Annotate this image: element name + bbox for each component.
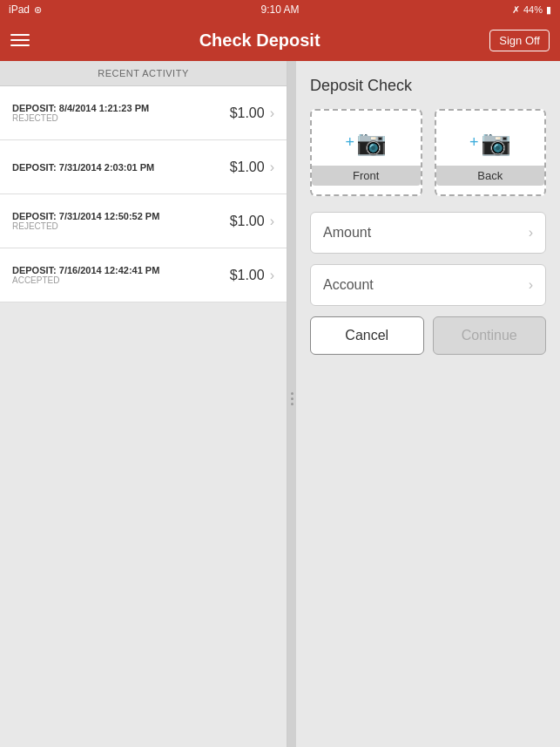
amount-label: Amount	[323, 225, 371, 241]
menu-icon[interactable]	[10, 34, 30, 46]
chevron-right-icon: ›	[270, 105, 274, 121]
deposit-amount: $1.00	[230, 214, 265, 229]
page-title: Check Deposit	[199, 31, 320, 51]
right-panel: Deposit Check + 📷 Front + 📷 Back Amount	[296, 61, 560, 747]
deposit-label: DEPOSIT: 8/4/2014 1:21:23 PM	[12, 103, 149, 113]
carrier-label: iPad	[9, 3, 30, 16]
camera-icon: 📷	[481, 128, 511, 157]
deposit-item[interactable]: DEPOSIT: 7/31/2014 2:03:01 PM $1.00 ›	[0, 140, 287, 194]
deposit-amount: $1.00	[230, 268, 265, 283]
deposit-status: REJECTED	[12, 221, 159, 231]
amount-chevron-icon: ›	[529, 225, 533, 241]
plus-icon: +	[345, 133, 354, 152]
chevron-right-icon: ›	[270, 160, 274, 175]
plus-icon: +	[469, 133, 479, 152]
deposit-status: REJECTED	[12, 113, 149, 123]
deposit-label: DEPOSIT: 7/16/2014 12:42:41 PM	[12, 265, 159, 275]
chevron-right-icon: ›	[270, 268, 274, 283]
camera-row: + 📷 Front + 📷 Back	[310, 109, 546, 196]
left-panel: RECENT ACTIVITY DEPOSIT: 8/4/2014 1:21:2…	[0, 61, 287, 747]
deposit-amount: $1.00	[230, 160, 265, 175]
divider-handle	[287, 61, 296, 747]
deposit-item[interactable]: DEPOSIT: 7/16/2014 12:42:41 PM ACCEPTED …	[0, 248, 287, 302]
account-field[interactable]: Account ›	[310, 264, 546, 306]
status-bar: iPad ⊛ 9:10 AM ✗ 44% ▮	[0, 0, 560, 19]
deposit-item[interactable]: DEPOSIT: 7/31/2014 12:50:52 PM REJECTED …	[0, 194, 287, 248]
sign-off-button[interactable]: Sign Off	[489, 30, 550, 51]
deposit-label: DEPOSIT: 7/31/2014 2:03:01 PM	[12, 162, 154, 173]
recent-activity-header: RECENT ACTIVITY	[0, 61, 287, 86]
status-time: 9:10 AM	[260, 3, 299, 16]
account-chevron-icon: ›	[529, 277, 533, 293]
battery-icon: ▮	[546, 4, 551, 16]
deposit-item[interactable]: DEPOSIT: 8/4/2014 1:21:23 PM REJECTED $1…	[0, 86, 287, 140]
main-layout: RECENT ACTIVITY DEPOSIT: 8/4/2014 1:21:2…	[0, 61, 560, 747]
camera-icon: 📷	[356, 128, 387, 157]
account-label: Account	[323, 277, 374, 293]
continue-button: Continue	[433, 316, 547, 355]
bluetooth-icon: ✗	[512, 4, 520, 16]
front-label: Front	[312, 166, 421, 186]
front-camera-button[interactable]: + 📷 Front	[310, 109, 422, 196]
cancel-button[interactable]: Cancel	[310, 316, 424, 355]
deposit-status: ACCEPTED	[12, 275, 159, 285]
back-camera-button[interactable]: + 📷 Back	[435, 109, 547, 196]
deposit-label: DEPOSIT: 7/31/2014 12:50:52 PM	[12, 211, 159, 221]
deposit-check-title: Deposit Check	[310, 77, 546, 95]
deposit-amount: $1.00	[230, 105, 265, 121]
status-right: ✗ 44% ▮	[512, 4, 551, 16]
chevron-right-icon: ›	[270, 214, 274, 229]
nav-bar: Check Deposit Sign Off	[0, 19, 560, 61]
battery-label: 44%	[523, 4, 543, 15]
buttons-row: Cancel Continue	[310, 316, 546, 355]
amount-field[interactable]: Amount ›	[310, 212, 546, 254]
wifi-icon: ⊛	[34, 4, 42, 16]
back-label: Back	[436, 166, 545, 186]
status-left: iPad ⊛	[9, 3, 42, 16]
